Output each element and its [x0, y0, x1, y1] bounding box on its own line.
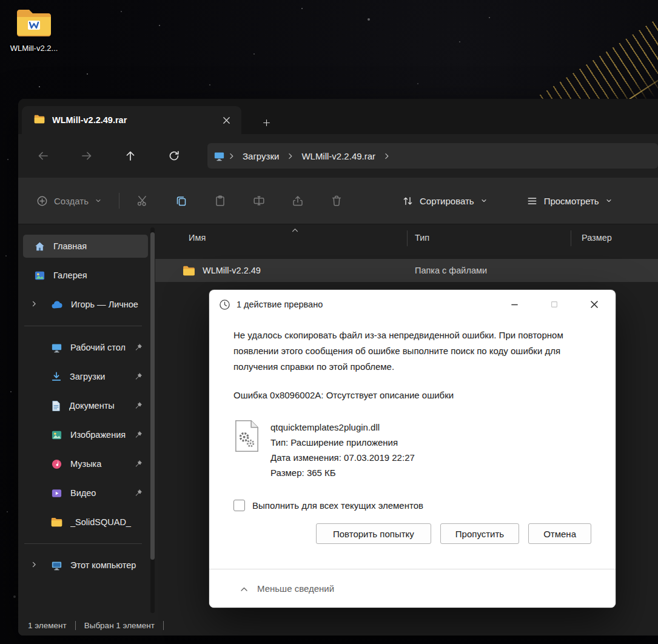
apply-to-all-label[interactable]: Выполнить для всех текущих элементов	[252, 500, 423, 511]
navigation-pane: Главная Галерея	[18, 225, 155, 615]
scrollbar-thumb[interactable]	[150, 232, 155, 560]
breadcrumb-downloads[interactable]: Загрузки	[238, 149, 284, 164]
arrow-left-icon	[37, 150, 49, 162]
back-button[interactable]	[29, 142, 57, 170]
tab-close-button[interactable]	[217, 111, 235, 129]
sort-ascending-icon	[291, 225, 299, 235]
copy-button[interactable]	[167, 187, 196, 214]
retry-button[interactable]: Повторить попытку	[316, 523, 431, 544]
sidebar-item-label: Игорь — Личное	[71, 300, 148, 309]
details-toggle[interactable]: Меньше сведений	[209, 569, 616, 608]
sidebar-item-music[interactable]: Музыка	[23, 452, 148, 475]
trash-icon	[331, 195, 343, 207]
dialog-title-bar[interactable]: 1 действие прервано	[209, 290, 616, 319]
share-icon	[292, 195, 304, 207]
status-selected-count: Выбран 1 элемент	[84, 621, 155, 630]
column-header-type[interactable]: Тип	[415, 233, 429, 243]
document-icon	[51, 400, 61, 412]
sidebar-divider	[24, 543, 142, 544]
view-button[interactable]: Просмотреть	[519, 187, 620, 214]
create-button[interactable]: Создать	[28, 187, 110, 214]
file-row-wlmill-folder[interactable]: WLMill-v2.2.49 Папка с файлами	[155, 259, 658, 282]
gallery-icon	[34, 270, 45, 281]
up-button[interactable]	[116, 142, 144, 170]
video-icon	[51, 488, 62, 499]
cancel-button[interactable]: Отмена	[528, 523, 591, 544]
refresh-button[interactable]	[160, 142, 188, 170]
minimize-icon	[510, 300, 519, 309]
sidebar-item-downloads[interactable]: Загрузки	[23, 365, 148, 388]
file-name: WLMill-v2.2.49	[203, 266, 261, 275]
share-button[interactable]	[283, 187, 312, 214]
error-code-line: Ошибка 0x8096002A: Отсутствует описание …	[233, 390, 591, 400]
apply-to-all-row: Выполнить для всех текущих элементов	[233, 500, 591, 511]
skip-button[interactable]: Пропустить	[440, 523, 519, 544]
minimize-button[interactable]	[494, 290, 534, 319]
sidebar-item-onedrive[interactable]: Игорь — Личное	[23, 293, 148, 316]
view-label: Просмотреть	[544, 196, 599, 206]
toolbar-divider	[119, 193, 119, 209]
apply-to-all-checkbox[interactable]	[233, 500, 245, 511]
pin-icon	[134, 372, 143, 383]
pin-icon	[134, 488, 143, 499]
sidebar-item-home[interactable]: Главная	[23, 235, 148, 258]
column-divider[interactable]	[571, 230, 571, 246]
tab-title: WLMill-v2.2.49.rar	[52, 115, 210, 125]
paste-button[interactable]	[206, 187, 235, 214]
rename-button[interactable]	[244, 187, 274, 214]
home-icon	[34, 241, 45, 252]
status-item-count: 1 элемент	[28, 621, 67, 630]
sidebar-scrollbar[interactable]	[150, 227, 155, 613]
new-tab-button[interactable]	[256, 112, 277, 133]
sidebar-item-documents[interactable]: Документы	[23, 394, 148, 417]
download-icon	[51, 371, 62, 382]
sidebar-item-pictures[interactable]: Изображения	[23, 423, 148, 446]
dialog-buttons: Повторить попытку Пропустить Отмена	[233, 523, 591, 544]
copy-icon	[175, 195, 187, 207]
chevron-right-icon[interactable]	[30, 300, 38, 307]
cut-button[interactable]	[128, 187, 157, 214]
desktop-icon-wlmill[interactable]: WLMill-v2.2...	[4, 7, 64, 53]
close-icon	[589, 300, 599, 309]
status-bar: 1 элемент Выбран 1 элемент	[18, 615, 658, 636]
sidebar-item-videos[interactable]: Видео	[23, 481, 148, 505]
folder-icon	[15, 30, 53, 41]
close-button[interactable]	[574, 290, 614, 319]
delete-button[interactable]	[322, 187, 351, 214]
arrow-up-icon	[124, 150, 136, 162]
this-pc-icon	[213, 151, 225, 161]
tab-wlmill[interactable]: WLMill-v2.2.49.rar	[22, 106, 241, 134]
arrow-right-icon	[81, 150, 93, 162]
error-dialog: 1 действие прервано Не удалось скопирова…	[209, 290, 616, 608]
close-icon	[223, 116, 230, 124]
rename-icon	[253, 195, 265, 207]
desktop-icon-label: WLMill-v2.2...	[4, 44, 64, 53]
sidebar-item-this-pc[interactable]: Этот компьютер	[23, 554, 148, 577]
sort-button[interactable]: Сортировать	[395, 187, 495, 214]
chevron-down-icon	[480, 197, 488, 204]
column-header-size[interactable]: Размер	[582, 233, 612, 243]
computer-icon	[51, 560, 62, 571]
status-divider	[163, 621, 164, 630]
command-bar: Создать	[18, 178, 658, 224]
chevron-right-icon	[227, 152, 235, 160]
sidebar-divider	[24, 326, 142, 326]
column-header-name[interactable]: Имя	[189, 233, 206, 243]
sidebar-item-desktop[interactable]: Рабочий стол	[23, 336, 148, 359]
chevron-right-icon[interactable]	[30, 561, 38, 568]
breadcrumb-archive[interactable]: WLMill-v2.2.49.rar	[297, 149, 380, 164]
details-toggle-label: Меньше сведений	[257, 583, 334, 594]
chevron-down-icon	[95, 197, 102, 204]
sidebar-item-label: Этот компьютер	[70, 560, 148, 570]
forward-button[interactable]	[73, 142, 101, 170]
sidebar-item-solidsquad[interactable]: _SolidSQUAD_	[23, 511, 148, 534]
create-label: Создать	[54, 196, 89, 206]
maximize-button[interactable]	[534, 290, 574, 319]
desktop: WLMill-v2.2... WLMill-v2.2.49.rar	[0, 0, 658, 644]
sidebar-item-gallery[interactable]: Галерея	[23, 264, 148, 287]
pin-icon	[134, 343, 143, 354]
address-bar[interactable]: Загрузки WLMill-v2.2.49.rar	[207, 143, 658, 169]
cut-icon	[136, 195, 149, 207]
clock-icon	[219, 299, 230, 310]
column-divider[interactable]	[407, 230, 408, 246]
